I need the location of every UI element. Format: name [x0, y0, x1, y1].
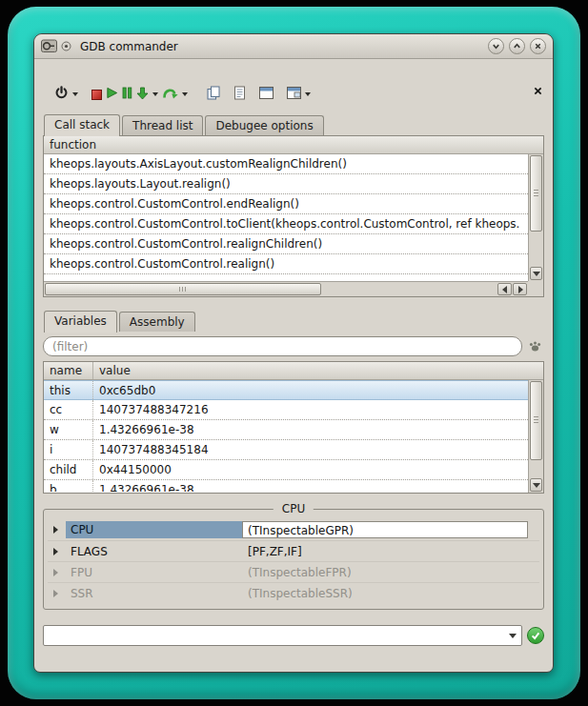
vertical-scrollbar[interactable] [528, 380, 543, 493]
chevron-down-icon[interactable] [182, 92, 188, 96]
chevron-down-icon [491, 41, 501, 51]
run-button[interactable] [104, 85, 120, 104]
register-row-cpu[interactable]: CPU (TInspectableGPR) [48, 519, 539, 540]
variable-row-this[interactable]: this 0xc65db0 [44, 380, 528, 400]
vertical-scrollbar[interactable] [528, 154, 543, 281]
tab-variables[interactable]: Variables [44, 311, 117, 333]
window-capture-icon [287, 87, 301, 102]
documents-icon [207, 86, 220, 103]
variable-value: 140737488347216 [93, 400, 214, 419]
column-header-name[interactable]: name [44, 362, 93, 379]
scrollbar-thumb[interactable] [530, 381, 542, 460]
close-icon [534, 87, 542, 95]
callstack-row[interactable]: kheops.control.CustomControl.realign() [44, 254, 528, 274]
variable-row-child[interactable]: child 0x44150000 [44, 460, 528, 480]
horizontal-scrollbar[interactable] [44, 281, 528, 296]
expand-chevron-icon[interactable] [53, 590, 58, 597]
cpu-groupbox: CPU CPU (TInspectableGPR) FLAGS [PF,ZF,I… [43, 509, 544, 610]
power-button[interactable] [52, 84, 80, 105]
scroll-down-button[interactable] [530, 478, 542, 492]
cpu-group-title: CPU [274, 502, 314, 515]
register-name[interactable]: FLAGS [66, 543, 242, 560]
command-input[interactable] [44, 627, 504, 644]
variable-name: w [44, 420, 93, 439]
variable-row-cc[interactable]: cc 140737488347216 [44, 400, 528, 420]
register-row-flags[interactable]: FLAGS [PF,ZF,IF] [48, 540, 539, 561]
execute-button[interactable] [527, 627, 544, 644]
capture-window-button[interactable] [285, 85, 313, 104]
pause-icon [122, 87, 132, 102]
command-bar [43, 625, 544, 646]
callstack-column-header[interactable]: function [44, 136, 543, 154]
tab-assembly[interactable]: Assembly [119, 312, 195, 332]
maximize-button[interactable] [509, 38, 525, 54]
filter-input[interactable] [43, 336, 522, 356]
scroll-arrow-group [497, 283, 527, 295]
variable-row-i[interactable]: i 140737488345184 [44, 440, 528, 460]
variables-header: name value [44, 362, 543, 380]
chevron-down-icon[interactable] [504, 626, 521, 645]
curved-arrow-icon [162, 87, 178, 102]
callstack-rows: kheops.layouts.AxisLayout.customRealignC… [44, 154, 528, 281]
variable-name: this [44, 381, 93, 399]
filter-row [43, 336, 544, 356]
variables-rows: this 0xc65db0 cc 140737488347216 w 1.432… [44, 380, 528, 493]
variable-value: 0xc65db0 [93, 381, 161, 399]
register-row-ssr[interactable]: SSR (TInspectableSSR) [48, 582, 539, 603]
scrollbar-thumb[interactable] [530, 155, 542, 232]
power-icon [54, 86, 69, 103]
stop-button[interactable] [90, 88, 104, 102]
chevron-down-icon[interactable] [305, 92, 311, 96]
step-into-button[interactable] [134, 85, 160, 105]
variables-tabs: Variables Assembly [43, 311, 544, 332]
callstack-tabs: Call stack Thread list Debugee options [43, 114, 544, 135]
copy-documents-button[interactable] [205, 84, 222, 105]
register-row-fpu[interactable]: FPU (TInspectableFPR) [48, 561, 539, 582]
register-name[interactable]: SSR [66, 585, 242, 602]
play-icon [106, 87, 118, 102]
step-over-button[interactable] [160, 85, 190, 104]
debug-toolbar [52, 80, 544, 109]
variable-value: 140737488345184 [93, 440, 214, 459]
callstack-row[interactable]: kheops.layouts.Layout.realign() [44, 174, 528, 194]
panel-close-button[interactable] [532, 85, 544, 97]
titlebar[interactable]: GDB commander [34, 34, 553, 59]
pause-button[interactable] [120, 85, 134, 104]
tab-thread-list[interactable]: Thread list [122, 115, 203, 135]
scroll-right-button[interactable] [513, 283, 527, 295]
callstack-row[interactable]: kheops.control.CustomControl.endRealign(… [44, 194, 528, 214]
command-combobox[interactable] [43, 625, 522, 646]
tab-call-stack[interactable]: Call stack [44, 114, 120, 136]
variable-row-w[interactable]: w 1.43266961e-38 [44, 420, 528, 440]
chevron-down-icon[interactable] [72, 92, 78, 96]
close-button[interactable] [530, 38, 546, 54]
log-button[interactable] [232, 84, 248, 105]
stop-icon [91, 90, 102, 100]
expand-chevron-icon[interactable] [53, 526, 58, 534]
chevron-down-icon[interactable] [152, 92, 158, 96]
clear-filter-icon[interactable] [525, 337, 544, 356]
register-value-field[interactable]: (TInspectableGPR) [242, 521, 528, 538]
expand-chevron-icon[interactable] [53, 548, 58, 555]
register-name[interactable]: FPU [66, 564, 242, 581]
column-header-value[interactable]: value [93, 362, 136, 379]
scroll-left-button[interactable] [497, 283, 512, 295]
callstack-row[interactable]: kheops.control.CustomControl.toClient(kh… [44, 214, 528, 234]
scrollbar-thumb[interactable] [45, 283, 321, 295]
gdb-commander-window: GDB commander [33, 33, 554, 673]
variable-name: b [44, 480, 93, 492]
scroll-down-button[interactable] [530, 267, 542, 280]
document-icon [233, 86, 246, 103]
debug-windows-button[interactable] [257, 85, 275, 104]
tab-debugee-options[interactable]: Debugee options [205, 115, 323, 135]
expand-chevron-icon[interactable] [53, 569, 58, 576]
variable-name: i [44, 440, 93, 459]
callstack-row[interactable]: kheops.layouts.AxisLayout.customRealignC… [44, 154, 528, 174]
minimize-button[interactable] [488, 38, 504, 54]
scrollbar-corner [528, 281, 543, 296]
variable-row-b[interactable]: b 1.43266961e-38 [44, 480, 528, 492]
arrow-down-icon [136, 87, 149, 103]
register-name[interactable]: CPU [66, 521, 242, 538]
variable-value: 1.43266961e-38 [93, 420, 200, 439]
callstack-row[interactable]: kheops.control.CustomControl.realignChil… [44, 234, 528, 254]
